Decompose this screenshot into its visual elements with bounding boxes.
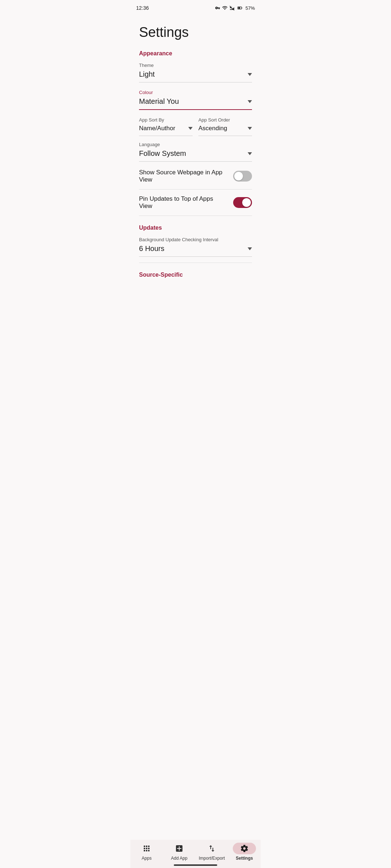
nav-import-export-bg <box>200 843 223 854</box>
background-interval-chevron-icon <box>248 247 252 250</box>
colour-label: Colour <box>139 90 252 95</box>
import-export-icon <box>207 844 216 853</box>
background-interval-label: Background Update Checking Interval <box>139 237 252 242</box>
pin-updates-toggle[interactable] <box>233 197 252 208</box>
theme-dropdown[interactable]: Light <box>139 69 252 82</box>
status-time: 12:36 <box>136 5 149 11</box>
home-indicator <box>174 864 217 866</box>
background-interval-dropdown[interactable]: 6 Hours <box>139 243 252 257</box>
app-sort-by-setting: App Sort By Name/Author <box>139 117 193 136</box>
nav-settings-label: Settings <box>236 856 253 861</box>
status-icons: 57% <box>215 5 255 11</box>
battery-icon <box>236 5 244 10</box>
nav-add-app-label: Add App <box>171 856 187 861</box>
app-sort-order-setting: App Sort Order Ascending <box>198 117 252 136</box>
add-app-icon <box>175 844 184 853</box>
theme-setting: Theme Light <box>139 63 252 82</box>
theme-label: Theme <box>139 63 252 68</box>
background-interval-value: 6 Hours <box>139 244 164 253</box>
battery-percent: 57% <box>245 5 255 11</box>
app-sort-by-label: App Sort By <box>139 117 193 123</box>
show-source-webpage-row: Show Source Webpage in App View <box>139 163 252 190</box>
nav-add-app-bg <box>168 843 191 854</box>
source-specific-header: Source-Specific <box>139 272 252 278</box>
svg-rect-1 <box>238 7 240 9</box>
pin-updates-label: Pin Updates to Top of Apps View <box>139 195 233 210</box>
app-sort-order-value: Ascending <box>198 125 227 132</box>
nav-import-export[interactable]: Import/Export <box>196 843 228 861</box>
main-content: Settings Appearance Theme Light Colour M… <box>130 14 261 316</box>
colour-chevron-icon <box>248 100 252 103</box>
nav-add-app[interactable]: Add App <box>163 843 196 861</box>
wifi-icon <box>222 5 228 11</box>
source-specific-section: Source-Specific <box>139 272 252 278</box>
app-sort-by-chevron-icon <box>188 127 193 130</box>
theme-chevron-icon <box>248 73 252 76</box>
language-setting: Language Follow System <box>139 142 252 162</box>
status-bar: 12:36 57% <box>130 0 261 14</box>
nav-import-export-label: Import/Export <box>199 856 225 861</box>
language-dropdown[interactable]: Follow System <box>139 148 252 162</box>
apps-icon <box>142 844 151 853</box>
pin-updates-row: Pin Updates to Top of Apps View <box>139 190 252 216</box>
updates-section: Updates Background Update Checking Inter… <box>139 225 252 263</box>
signal-icon <box>230 5 235 10</box>
app-sort-by-value: Name/Author <box>139 125 175 132</box>
settings-icon <box>240 844 249 853</box>
sort-row: App Sort By Name/Author App Sort Order A… <box>139 117 252 136</box>
nav-settings-bg <box>233 843 256 854</box>
theme-value: Light <box>139 70 155 78</box>
app-sort-order-label: App Sort Order <box>198 117 252 123</box>
colour-setting: Colour Material You <box>139 90 252 110</box>
nav-apps[interactable]: Apps <box>130 843 163 861</box>
colour-dropdown[interactable]: Material You <box>139 96 252 110</box>
nav-apps-label: Apps <box>142 856 151 861</box>
language-chevron-icon <box>248 152 252 155</box>
colour-value: Material You <box>139 97 179 106</box>
nav-apps-bg <box>135 843 158 854</box>
background-interval-setting: Background Update Checking Interval 6 Ho… <box>139 237 252 257</box>
show-source-webpage-label: Show Source Webpage in App View <box>139 169 233 183</box>
app-sort-by-dropdown[interactable]: Name/Author <box>139 123 193 136</box>
bottom-nav: Apps Add App Import/Export Settings <box>130 840 261 868</box>
vpn-icon <box>215 5 220 10</box>
language-label: Language <box>139 142 252 147</box>
show-source-webpage-knob <box>234 172 243 180</box>
nav-settings[interactable]: Settings <box>228 843 261 861</box>
show-source-webpage-toggle[interactable] <box>233 171 252 182</box>
appearance-section: Appearance Theme Light Colour Material Y… <box>139 50 252 216</box>
appearance-section-header: Appearance <box>139 50 252 57</box>
page-title: Settings <box>139 25 252 40</box>
updates-section-header: Updates <box>139 225 252 231</box>
app-sort-order-dropdown[interactable]: Ascending <box>198 123 252 136</box>
pin-updates-knob <box>242 198 251 207</box>
app-sort-order-chevron-icon <box>248 127 252 130</box>
language-value: Follow System <box>139 149 186 158</box>
